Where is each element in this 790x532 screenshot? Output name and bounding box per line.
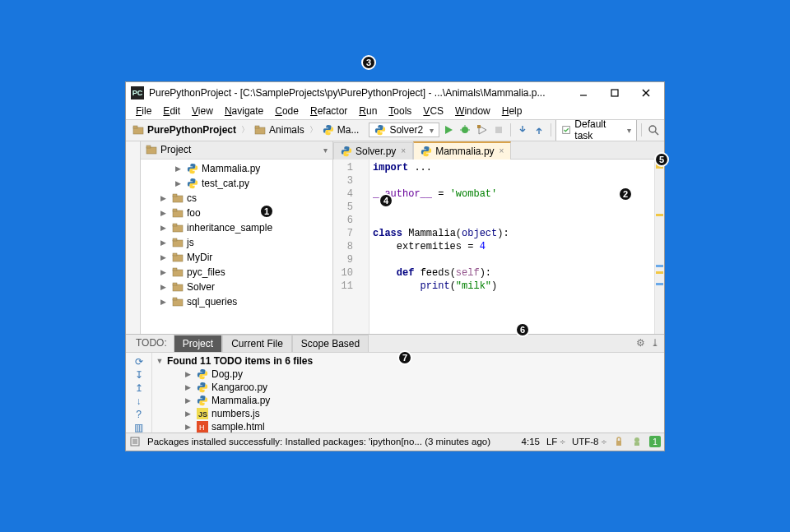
tree-item[interactable]: ▶test_cat.py xyxy=(141,176,332,191)
tree-item[interactable]: ▶sql_queries xyxy=(141,294,332,309)
menu-edit[interactable]: Edit xyxy=(158,104,185,118)
project-view-dropdown[interactable] xyxy=(320,144,328,155)
svg-rect-15 xyxy=(495,127,502,133)
todo-item[interactable]: ▶Kangaroo.py xyxy=(152,381,664,394)
app-icon: PC xyxy=(131,86,144,99)
todo-tab[interactable]: Scope Based xyxy=(292,335,369,352)
breadcrumb-item[interactable]: Animals xyxy=(251,123,308,137)
ide-window: PC PurePythonProject - [C:\SampleProject… xyxy=(125,81,665,451)
menu-help[interactable]: Help xyxy=(497,104,527,118)
window-title: PurePythonProject - [C:\SampleProjects\p… xyxy=(149,87,565,99)
todo-nav-down-button[interactable]: ↓ xyxy=(132,396,146,407)
svg-point-17 xyxy=(649,126,656,132)
lock-icon[interactable] xyxy=(613,436,625,447)
code-text[interactable]: import ... __author__ = 'wombat' class M… xyxy=(369,160,654,334)
search-everywhere-button[interactable] xyxy=(647,123,660,137)
close-tab-icon[interactable]: × xyxy=(401,146,406,155)
tree-item[interactable]: ▶MyDir xyxy=(141,250,332,265)
tree-item[interactable]: ▶Mammalia.py xyxy=(141,161,332,176)
breadcrumb[interactable]: PurePythonProject〉Animals〉Ma... xyxy=(129,123,362,137)
run-config-label: Solver2 xyxy=(389,124,423,136)
svg-rect-7 xyxy=(255,126,259,128)
callout-7: 7 xyxy=(397,350,412,365)
default-task-dropdown[interactable]: Default task xyxy=(555,120,637,141)
coverage-button[interactable] xyxy=(475,123,488,137)
svg-point-46 xyxy=(634,437,639,442)
notifications-icon[interactable]: 1 xyxy=(649,436,661,447)
project-panel-header[interactable]: Project xyxy=(141,141,332,160)
todo-tab[interactable]: Project xyxy=(174,335,222,352)
svg-rect-34 xyxy=(173,283,177,285)
menu-vcs[interactable]: VCS xyxy=(418,104,448,118)
close-tab-icon[interactable]: × xyxy=(500,146,504,155)
tree-item[interactable]: ▶cs xyxy=(141,191,332,206)
tree-item[interactable]: ▶inheritance_sample xyxy=(141,220,332,235)
breadcrumb-item[interactable]: PurePythonProject xyxy=(129,123,239,137)
menu-code[interactable]: Code xyxy=(270,104,304,118)
project-tree[interactable]: ▶Mammalia.py▶test_cat.py▶cs▶foo▶inherita… xyxy=(141,160,332,334)
tree-item[interactable]: ▶js xyxy=(141,235,332,250)
editor-tab[interactable]: Solver.py× xyxy=(333,142,413,160)
run-button[interactable] xyxy=(442,123,455,137)
menu-navigate[interactable]: Navigate xyxy=(220,104,268,118)
line-number-gutter: 134567891011 xyxy=(333,160,358,334)
project-panel-title: Project xyxy=(160,144,191,155)
maximize-button[interactable] xyxy=(602,83,628,103)
svg-rect-47 xyxy=(634,442,639,446)
menu-window[interactable]: Window xyxy=(450,104,495,118)
hector-icon[interactable] xyxy=(631,436,643,447)
minimize-button[interactable] xyxy=(570,83,597,103)
svg-line-18 xyxy=(655,132,658,135)
todo-expand-button[interactable]: ↧ xyxy=(132,369,146,381)
todo-settings-button[interactable]: ⚙ xyxy=(634,335,649,350)
menu-view[interactable]: View xyxy=(187,104,218,118)
vcs-commit-button[interactable] xyxy=(532,123,546,137)
editor-tab[interactable]: Mammalia.py× xyxy=(413,141,511,160)
titlebar: PC PurePythonProject - [C:\SampleProject… xyxy=(126,82,664,104)
todo-tab[interactable]: Current File xyxy=(222,335,292,352)
todo-item[interactable]: ▶Mammalia.py xyxy=(152,394,664,407)
menu-run[interactable]: Run xyxy=(354,104,382,118)
todo-item[interactable]: ▶Hsample.html xyxy=(152,420,664,433)
todo-item[interactable]: ▶JSnumbers.js xyxy=(152,407,664,420)
debug-button[interactable] xyxy=(458,123,472,137)
encoding[interactable]: UTF-8 ÷ xyxy=(572,437,606,446)
svg-rect-5 xyxy=(133,126,137,128)
error-stripe[interactable] xyxy=(654,160,664,334)
todo-export-button[interactable]: ⤓ xyxy=(649,335,664,350)
menu-tools[interactable]: Tools xyxy=(383,104,416,118)
caret-position[interactable]: 4:15 xyxy=(522,437,540,446)
menu-file[interactable]: File xyxy=(131,104,156,118)
tree-item[interactable]: ▶foo xyxy=(141,206,332,220)
fold-gutter[interactable] xyxy=(358,160,369,334)
svg-rect-24 xyxy=(173,209,177,211)
tree-item[interactable]: ▶Solver xyxy=(141,280,332,294)
breadcrumb-item[interactable]: Ma... xyxy=(319,123,363,137)
run-config-dropdown[interactable]: Solver2 xyxy=(369,123,439,137)
svg-rect-30 xyxy=(173,253,177,256)
stop-button[interactable] xyxy=(492,123,505,137)
status-message: Packages installed successfully: Install… xyxy=(147,437,515,446)
project-tool-window: Project ▶Mammalia.py▶test_cat.py▶cs▶foo▶… xyxy=(141,141,333,334)
todo-collapse-button[interactable]: ↥ xyxy=(132,382,146,394)
menubar: FileEditViewNavigateCodeRefactorRunTools… xyxy=(126,104,664,120)
callout-5: 5 xyxy=(654,152,669,167)
status-icon[interactable] xyxy=(129,436,141,447)
close-button[interactable] xyxy=(633,83,659,103)
svg-point-9 xyxy=(462,127,468,133)
tree-item[interactable]: ▶pyc_files xyxy=(141,265,332,280)
line-separator[interactable]: LF ÷ xyxy=(546,437,565,446)
todo-help-button[interactable]: ? xyxy=(132,409,146,420)
todo-rerun-button[interactable]: ⟳ xyxy=(132,356,146,368)
todo-autoscroll-button[interactable]: ▥ xyxy=(132,422,146,433)
todo-item[interactable]: ▶Dog.py xyxy=(152,368,664,381)
svg-rect-32 xyxy=(173,268,177,271)
vcs-update-button[interactable] xyxy=(516,123,529,137)
code-editor[interactable]: 134567891011 import ... __author__ = 'wo… xyxy=(333,160,664,334)
nav-toolbar: PurePythonProject〉Animals〉Ma... Solver2 … xyxy=(126,120,664,141)
svg-rect-28 xyxy=(173,238,177,241)
svg-rect-26 xyxy=(173,224,177,226)
svg-text:H: H xyxy=(199,423,205,432)
todo-summary: Found 11 TODO items in 6 files xyxy=(167,355,313,367)
menu-refactor[interactable]: Refactor xyxy=(305,104,352,118)
